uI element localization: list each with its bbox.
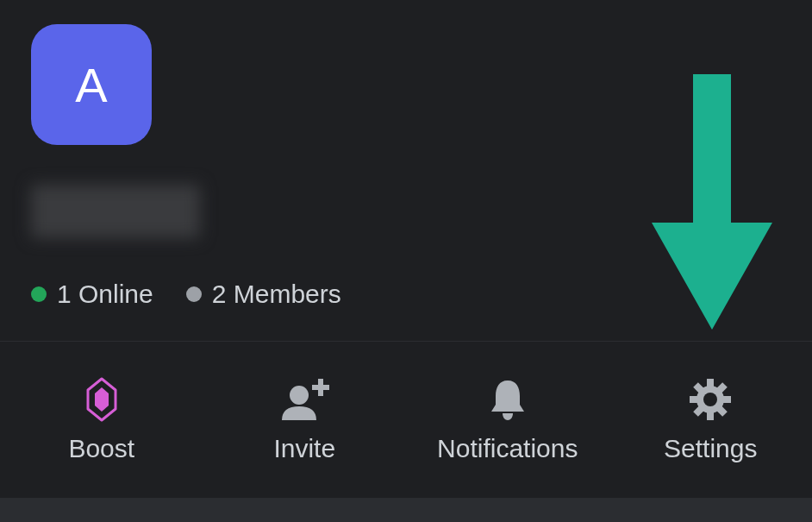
- svg-point-0: [290, 386, 309, 405]
- server-avatar-initial: A: [75, 57, 107, 113]
- boost-label: Boost: [68, 434, 134, 463]
- settings-button[interactable]: Settings: [609, 342, 813, 498]
- members-dot-icon: [186, 286, 202, 302]
- gear-icon: [688, 377, 733, 422]
- online-count-label: 1 Online: [57, 280, 153, 309]
- members-status: 2 Members: [186, 280, 341, 309]
- server-name-redacted: [31, 185, 200, 238]
- invite-person-plus-icon: [277, 377, 332, 422]
- invite-button[interactable]: Invite: [203, 342, 407, 498]
- online-dot-icon: [31, 286, 47, 302]
- boost-button[interactable]: Boost: [0, 342, 203, 498]
- svg-point-12: [703, 393, 717, 406]
- server-stats: 1 Online 2 Members: [31, 280, 781, 309]
- server-avatar[interactable]: A: [31, 24, 152, 145]
- svg-rect-7: [722, 396, 731, 403]
- bell-icon: [488, 377, 528, 422]
- notifications-button[interactable]: Notifications: [406, 342, 609, 498]
- notifications-label: Notifications: [437, 434, 578, 463]
- members-count-label: 2 Members: [212, 280, 341, 309]
- svg-rect-6: [690, 396, 698, 403]
- bottom-strip: [0, 498, 812, 522]
- svg-rect-2: [312, 385, 329, 390]
- svg-rect-5: [707, 412, 714, 420]
- svg-rect-4: [707, 379, 714, 387]
- boost-gem-icon: [84, 377, 119, 422]
- server-actions-bar: Boost Invite Notifications: [0, 341, 812, 498]
- server-header: A 1 Online 2 Members: [0, 0, 812, 341]
- invite-label: Invite: [273, 434, 335, 463]
- online-status: 1 Online: [31, 280, 153, 309]
- settings-label: Settings: [664, 434, 757, 463]
